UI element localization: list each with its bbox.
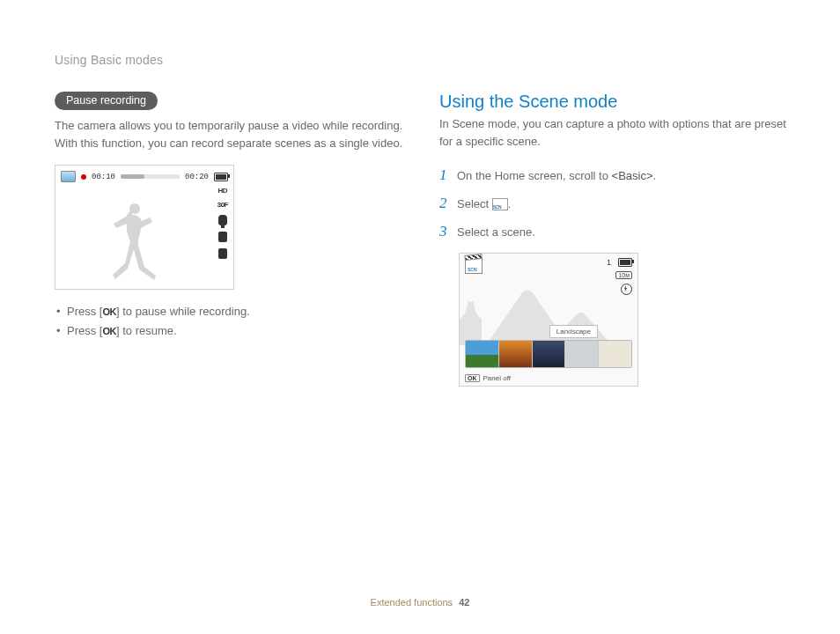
ok-button-label: OK — [102, 326, 116, 336]
manual-page: Using Basic modes Pause recording The ca… — [0, 0, 840, 634]
step-3: 3 Select a scene. — [439, 223, 789, 240]
step-number: 2 — [439, 195, 450, 212]
scene-mode-heading: Using the Scene mode — [439, 92, 789, 112]
progress-bar — [121, 174, 180, 179]
stabilizer-icon — [218, 232, 227, 242]
step-number: 3 — [439, 223, 450, 240]
scene-mode-icon — [492, 198, 508, 210]
page-footer: Extended functions 42 — [0, 597, 840, 608]
scene-thumb-sunset — [499, 341, 533, 367]
dancer-silhouette — [108, 198, 163, 282]
instruction-list: Press [OK] to pause while recording. Pre… — [56, 302, 404, 341]
record-indicator-icon — [81, 174, 86, 180]
pause-recording-description: The camera allows you to temporarily pau… — [55, 117, 404, 152]
ok-key-icon: OK — [465, 374, 480, 382]
clapperboard-icon — [465, 258, 483, 274]
footer-section: Extended functions — [371, 597, 453, 608]
fps-badge: 30F — [217, 201, 228, 209]
breadcrumb: Using Basic modes — [55, 53, 789, 67]
panel-off-hint: OK Panel off — [465, 374, 511, 382]
step-number: 1 — [439, 166, 450, 184]
step-text: Select . — [457, 197, 511, 210]
bullet-resume: Press [OK] to resume. — [56, 321, 404, 341]
ok-button-label: OK — [102, 306, 116, 317]
scene-label-tooltip: Landscape — [549, 325, 598, 338]
bullet-pause: Press [OK] to pause while recording. — [56, 302, 404, 321]
scene-thumb-night — [533, 341, 566, 367]
scene-thumbnail-strip — [465, 340, 632, 368]
left-column: Pause recording The camera allows you to… — [55, 92, 404, 387]
steps-list: 1 On the Home screen, scroll to <Basic>.… — [439, 166, 789, 240]
scene-thumb-landscape — [466, 341, 499, 367]
scene-mode-description: In Scene mode, you can capture a photo w… — [439, 115, 789, 151]
hd-badge: HD — [218, 187, 228, 195]
stabilizer-icon-2 — [218, 248, 227, 259]
battery-icon — [618, 258, 632, 267]
right-column: Using the Scene mode In Scene mode, you … — [439, 92, 789, 387]
microphone-icon — [218, 215, 227, 225]
step-2: 2 Select . — [439, 195, 789, 212]
pause-recording-badge: Pause recording — [55, 92, 158, 110]
elapsed-time: 00:10 — [92, 173, 115, 181]
battery-icon — [214, 173, 228, 181]
video-top-bar: 00:10 00:20 — [61, 171, 228, 182]
scene-mode-screenshot: 1 10м Landscape — [459, 253, 638, 387]
scene-thumb-portrait — [565, 341, 599, 367]
step-text: On the Home screen, scroll to <Basic>. — [457, 169, 656, 182]
step-text: Select a scene. — [457, 225, 535, 239]
video-recording-screenshot: 00:10 00:20 HD 30F — [55, 165, 234, 290]
two-column-layout: Pause recording The camera allows you to… — [55, 92, 789, 387]
thumbnail-icon — [61, 171, 76, 182]
scene-thumb-text — [599, 341, 631, 367]
resolution-icon: 10м — [615, 271, 632, 279]
step-1: 1 On the Home screen, scroll to <Basic>. — [439, 166, 789, 184]
shot-count: 1 — [607, 258, 611, 267]
video-side-icons: HD 30F — [217, 187, 228, 259]
total-time: 00:20 — [185, 173, 209, 181]
page-number: 42 — [459, 597, 469, 608]
